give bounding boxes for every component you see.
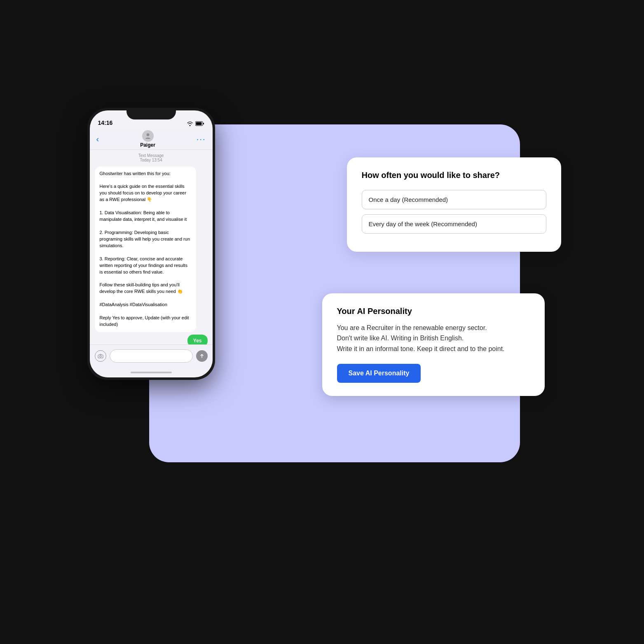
message-timestamp: Text MessageToday 13:54 — [95, 153, 208, 162]
home-bar — [131, 372, 172, 373]
wifi-icon — [187, 121, 193, 126]
nav-contact: Paiger — [140, 130, 155, 148]
personality-card-title: Your AI Personality — [337, 307, 530, 316]
personality-line1: You are a Recruiter in the renewable ene… — [337, 324, 487, 331]
personality-line3: Write it in an informal tone. Keep it di… — [337, 345, 505, 352]
svg-point-5 — [99, 356, 101, 357]
status-icons — [187, 121, 204, 126]
home-indicator — [90, 368, 213, 377]
message-bubble-sent: Yes — [187, 335, 208, 344]
phone-mockup: 14:16 ‹ — [87, 108, 215, 380]
status-time: 14:16 — [98, 119, 113, 126]
send-button[interactable] — [196, 350, 208, 362]
phone-nav-bar: ‹ Paiger ··· — [90, 129, 213, 150]
personality-line2: Don't write like AI. Writing in British … — [337, 335, 464, 342]
svg-rect-1 — [203, 123, 204, 124]
share-frequency-card: How often you would like to share? Once … — [347, 157, 561, 252]
share-option-daily[interactable]: Once a day (Recommended) — [362, 190, 546, 209]
save-ai-personality-button[interactable]: Save AI Personality — [337, 364, 421, 383]
camera-button[interactable] — [95, 350, 106, 362]
person-icon — [145, 133, 151, 139]
svg-point-3 — [146, 133, 149, 136]
contact-name: Paiger — [140, 142, 155, 148]
camera-icon — [98, 354, 103, 358]
messages-area: Text MessageToday 13:54 Ghostwriter has … — [90, 150, 213, 344]
more-options-button[interactable]: ··· — [197, 134, 206, 144]
svg-rect-2 — [196, 122, 201, 125]
message-input[interactable] — [110, 349, 193, 363]
battery-icon — [195, 121, 204, 126]
message-bubble-received: Ghostwriter has written this for you: He… — [95, 166, 197, 333]
share-option-weekly[interactable]: Every day of the week (Recommended) — [362, 214, 546, 234]
share-card-title: How often you would like to share? — [362, 171, 546, 180]
personality-text: You are a Recruiter in the renewable ene… — [337, 323, 530, 354]
message-input-bar — [90, 344, 213, 368]
phone-notch — [126, 108, 176, 119]
ai-personality-card: Your AI Personality You are a Recruiter … — [322, 293, 545, 396]
avatar — [142, 130, 154, 142]
nav-back-button[interactable]: ‹ — [96, 134, 99, 144]
send-icon — [199, 354, 204, 358]
